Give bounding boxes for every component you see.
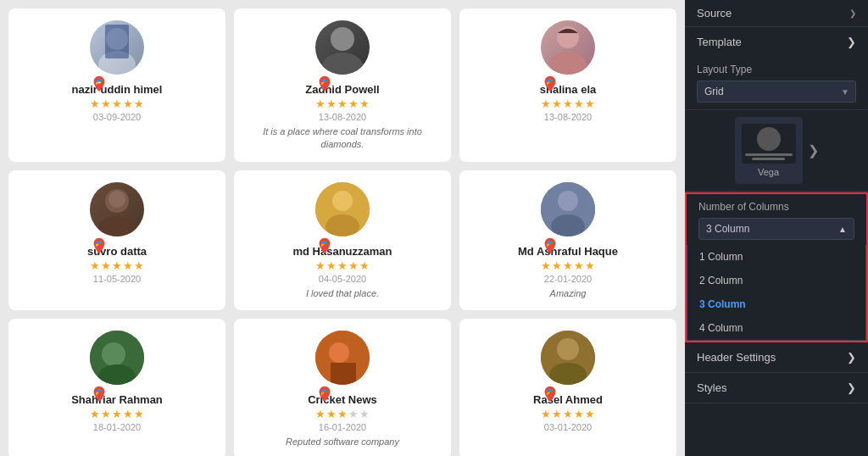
styles-header[interactable]: Styles ❯ <box>685 373 868 403</box>
column-option-4[interactable]: 4 Column <box>687 316 865 340</box>
template-chevron-icon[interactable]: ❯ <box>847 36 856 48</box>
stars: ★★★★★ <box>90 259 145 272</box>
header-settings-header[interactable]: Header Settings ❯ <box>685 342 868 372</box>
avatar-wrapper <box>315 331 370 385</box>
layout-type-section: Layout Type Grid List Masonry ▼ <box>685 57 868 110</box>
column-option-1[interactable]: 1 Column <box>687 245 865 269</box>
review-text: Reputed software company <box>286 436 399 448</box>
columns-header: Number of Columns 3 Column ▲ <box>687 194 866 245</box>
review-text: Amazing <box>550 287 587 300</box>
template-name: Vega <box>742 167 796 177</box>
map-pin-icon <box>315 236 334 255</box>
stars: ★★★★★ <box>90 408 145 420</box>
stars: ★★★★★ <box>315 97 370 110</box>
review-card: Zadhid Powell ★★★★★ 13-08-2020 It is a p… <box>234 8 451 162</box>
svg-point-4 <box>322 53 363 75</box>
review-card: nazir uddin himel ★★★★★ 03-09-2020 <box>8 8 225 162</box>
review-date: 04-05-2020 <box>319 274 366 284</box>
template-header[interactable]: Template ❯ <box>685 27 868 57</box>
columns-selected-value: 3 Column <box>706 223 749 235</box>
svg-point-3 <box>331 27 354 51</box>
header-settings-section: Header Settings ❯ <box>685 342 868 373</box>
avatar <box>315 182 370 236</box>
svg-point-23 <box>557 338 579 360</box>
map-pin-icon <box>541 75 559 93</box>
avatar <box>315 331 370 385</box>
source-chevron-icon[interactable]: ❯ <box>849 8 856 18</box>
review-date: 03-09-2020 <box>93 112 141 122</box>
layout-type-label: Layout Type <box>697 64 856 75</box>
avatar-wrapper <box>90 331 144 385</box>
styles-chevron-icon[interactable]: ❯ <box>847 381 856 394</box>
svg-point-20 <box>329 342 349 363</box>
styles-label: Styles <box>697 381 726 394</box>
template-card-vega[interactable]: Vega <box>735 117 803 184</box>
source-label: Source <box>697 7 732 19</box>
header-settings-chevron-icon[interactable]: ❯ <box>847 351 856 364</box>
map-pin-icon <box>90 385 108 403</box>
avatar <box>541 20 595 75</box>
columns-dropdown-trigger[interactable]: 3 Column ▲ <box>698 218 854 240</box>
review-date: 22-01-2020 <box>544 274 592 284</box>
avatar <box>315 20 370 75</box>
review-card: md Hasanuzzaman ★★★★★ 04-05-2020 I loved… <box>234 170 451 310</box>
header-settings-label: Header Settings <box>697 351 776 364</box>
stars: ★★★★★ <box>315 408 370 420</box>
review-date: 11-05-2020 <box>93 274 141 284</box>
map-pin-icon <box>315 75 334 93</box>
svg-point-17 <box>102 342 125 366</box>
review-date: 18-01-2020 <box>93 422 141 432</box>
source-section: Source ❯ <box>685 0 868 27</box>
map-pin-icon <box>541 236 559 255</box>
avatar-wrapper <box>315 20 370 75</box>
review-text: I loved that place. <box>306 287 379 300</box>
svg-point-11 <box>332 191 353 211</box>
sidebar: Source ❯ Template ❯ Layout Type Grid Lis… <box>685 0 868 456</box>
column-option-3[interactable]: 3 Column <box>687 292 865 316</box>
template-section: Template ❯ Layout Type Grid List Masonry… <box>685 27 868 192</box>
avatar-wrapper <box>90 182 144 236</box>
review-date: 03-01-2020 <box>544 422 592 432</box>
review-card: suvro datta ★★★★★ 11-05-2020 <box>8 170 225 310</box>
avatar-wrapper <box>541 331 595 385</box>
review-card: Md Ashraful Haque ★★★★★ 22-01-2020 Amazi… <box>459 170 676 310</box>
stars: ★★★★★ <box>541 408 596 420</box>
svg-point-6 <box>549 52 587 75</box>
review-card: Rasel Ahmed ★★★★★ 03-01-2020 <box>459 319 676 456</box>
avatar <box>90 20 144 75</box>
avatar <box>541 331 595 385</box>
avatar-wrapper <box>541 20 595 75</box>
review-date: 13-08-2020 <box>544 112 592 122</box>
stars: ★★★★★ <box>90 97 145 110</box>
columns-label: Number of Columns <box>698 201 854 213</box>
review-text: It is a place where coal transforms into… <box>244 125 441 152</box>
map-pin-icon <box>315 385 334 403</box>
columns-dropdown-menu: 1 Column 2 Column 3 Column 4 Column <box>687 245 866 341</box>
avatar-wrapper <box>541 182 595 236</box>
stars: ★★★★★ <box>541 97 596 110</box>
review-date: 13-08-2020 <box>319 112 366 122</box>
template-next-icon[interactable]: ❯ <box>808 142 819 158</box>
review-card: shalina ela ★★★★★ 13-08-2020 <box>459 8 676 162</box>
avatar <box>541 182 595 236</box>
avatar-wrapper <box>315 182 370 236</box>
map-pin-icon <box>541 385 559 403</box>
svg-point-8 <box>98 216 136 236</box>
svg-rect-21 <box>331 363 356 385</box>
review-date: 16-01-2020 <box>319 422 366 432</box>
review-grid: nazir uddin himel ★★★★★ 03-09-2020 <box>8 8 676 456</box>
styles-section: Styles ❯ <box>685 373 868 403</box>
review-card: Cricket News ★★★★★ 16-01-2020 Reputed so… <box>234 319 451 456</box>
column-option-2[interactable]: 2 Column <box>687 269 865 292</box>
map-pin-icon <box>90 75 108 93</box>
main-content: nazir uddin himel ★★★★★ 03-09-2020 <box>0 0 685 456</box>
template-label: Template <box>697 36 742 48</box>
layout-type-select[interactable]: Grid List Masonry <box>697 81 856 103</box>
columns-section: Number of Columns 3 Column ▲ 1 Column 2 … <box>685 192 868 342</box>
svg-rect-2 <box>105 25 129 58</box>
template-preview: Vega ❯ <box>685 110 868 192</box>
svg-point-9 <box>108 191 125 208</box>
stars: ★★★★★ <box>315 259 370 272</box>
columns-dropdown-chevron-icon: ▲ <box>838 225 847 234</box>
review-card: Shahriar Rahman ★★★★★ 18-01-2020 <box>8 319 225 456</box>
